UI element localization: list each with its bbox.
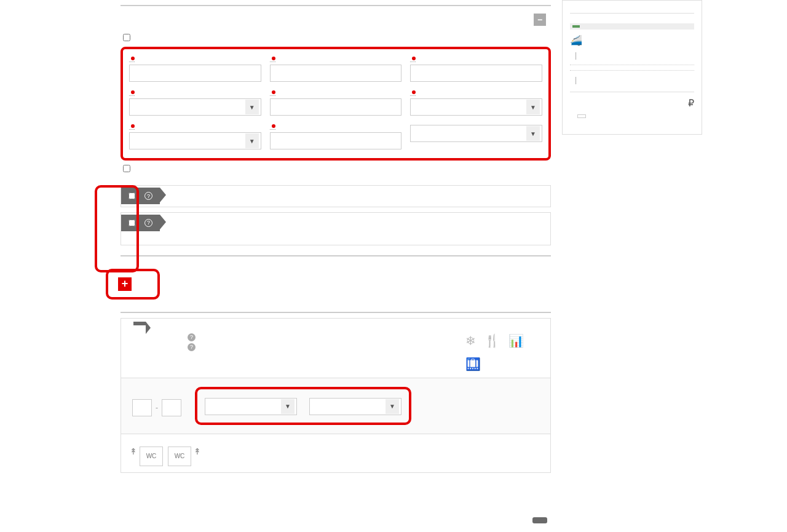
help-icon[interactable]: ? bbox=[144, 192, 152, 200]
enroute-duration bbox=[570, 65, 694, 71]
middle-name-label bbox=[410, 54, 416, 62]
arrow-up-icon: ↟ bbox=[194, 447, 201, 456]
seat-to-input[interactable] bbox=[162, 399, 181, 416]
luggage-icon: 🛄 bbox=[465, 357, 481, 371]
dob-label bbox=[270, 88, 275, 96]
seat-options-highlight: ▼ ▼ bbox=[195, 387, 411, 425]
insurance-highlight bbox=[95, 185, 139, 272]
middle-name-input[interactable] bbox=[410, 65, 542, 82]
doctype-select[interactable]: ▼ bbox=[129, 132, 261, 149]
delete-passenger[interactable]: − bbox=[534, 14, 551, 26]
arrow-up-icon: ↟ bbox=[130, 447, 137, 456]
place-chooser-panel: ? ? ❄ 🍴 📊 🛄 - bbox=[121, 318, 551, 473]
wc-label: WC bbox=[140, 447, 163, 466]
first-name-label bbox=[270, 54, 275, 62]
wc-label: WC bbox=[168, 447, 191, 466]
upper-lower-select[interactable]: ▼ bbox=[205, 398, 297, 415]
train-icon: 🚄 bbox=[570, 35, 582, 46]
price-range: ₽ bbox=[570, 92, 694, 109]
plus-icon: + bbox=[118, 277, 132, 291]
forward-badge bbox=[572, 25, 580, 28]
position-select[interactable]: ▼ bbox=[309, 398, 401, 415]
fss-checkbox[interactable] bbox=[123, 34, 130, 41]
last-name-input[interactable] bbox=[129, 65, 261, 82]
doctype-label bbox=[129, 122, 135, 130]
insurance-option-medical: ? bbox=[121, 212, 551, 245]
help-icon[interactable]: ? bbox=[188, 343, 196, 351]
passenger-form-highlight: ▼ ▼ bbox=[121, 47, 551, 161]
food-icon: 🍴 bbox=[484, 333, 500, 348]
first-name-input[interactable] bbox=[270, 65, 402, 82]
ac-icon: ❄ bbox=[465, 333, 476, 348]
stats-icon: 📊 bbox=[508, 333, 524, 348]
dob-input[interactable] bbox=[270, 98, 402, 116]
state-label bbox=[410, 88, 416, 96]
add-passenger-button[interactable]: + bbox=[106, 269, 160, 300]
insurance-option-accidents: ? bbox=[121, 185, 551, 207]
your-choice-panel: 🚄 | | ₽ bbox=[562, 0, 702, 135]
car-seat-map: ↟ WC WC ↟ bbox=[121, 434, 550, 472]
state-select[interactable]: ▼ bbox=[410, 98, 542, 116]
last-name-label bbox=[129, 54, 135, 62]
docnum-input[interactable] bbox=[270, 132, 402, 149]
seat-from-input[interactable] bbox=[132, 399, 152, 416]
choose-place-tab bbox=[133, 322, 146, 325]
docnum-label bbox=[270, 122, 275, 130]
tariff-select[interactable]: ▼ bbox=[410, 125, 542, 142]
minus-icon: − bbox=[534, 14, 546, 26]
trains-label bbox=[570, 13, 694, 20]
help-icon[interactable]: ? bbox=[144, 219, 152, 227]
bonus-checkbox[interactable] bbox=[123, 165, 130, 172]
help-icon[interactable]: ? bbox=[188, 333, 196, 341]
sex-select[interactable]: ▼ bbox=[129, 98, 261, 116]
sex-label bbox=[129, 88, 135, 96]
important-badge bbox=[577, 114, 586, 118]
